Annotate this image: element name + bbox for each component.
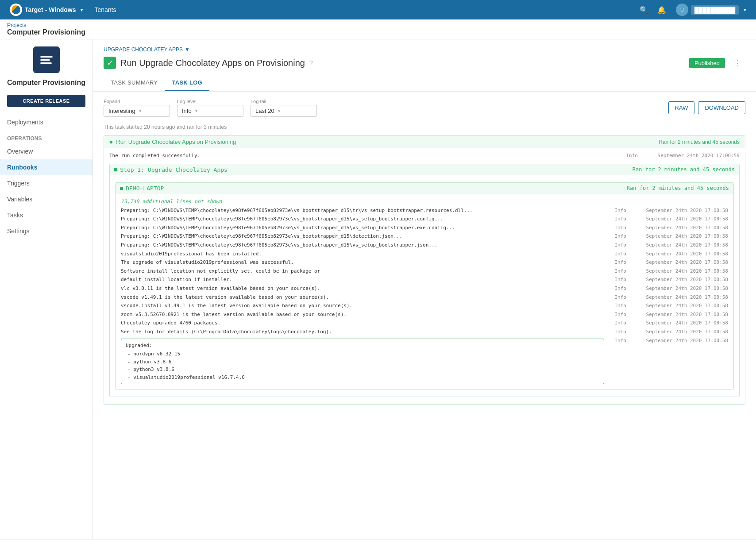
user-dropdown-icon: ▼ xyxy=(743,8,747,12)
log-time: September 24th 2020 17:00:58 xyxy=(631,215,728,223)
sidebar-item-overview[interactable]: Overview xyxy=(0,143,93,159)
log-level: Info xyxy=(604,267,631,275)
log-text: default install location if installer. xyxy=(121,276,604,284)
bell-icon[interactable]: 🔔 xyxy=(655,3,669,17)
loglevel-label: Log level xyxy=(177,99,243,104)
sidebar: Computer Provisioning CREATE RELEASE Dep… xyxy=(0,39,93,539)
main-block-time: Ran for 2 minutes and 45 seconds xyxy=(659,139,740,145)
task-title: Run Upgrade Chocolatey Apps on Provision… xyxy=(120,58,305,68)
log-text: Preparing: C:\WINDOWS\TEMP\chocolatey\e9… xyxy=(121,241,604,249)
raw-button[interactable]: RAW xyxy=(668,101,695,114)
log-text: Preparing: C:\WINDOWS\TEMP\chocolatey\e9… xyxy=(121,207,604,215)
step-block-body: ■ DEMO-LAPTOP Ran for 2 minutes and 45 s… xyxy=(110,175,739,397)
nav-item-library[interactable]: Library xyxy=(88,19,137,39)
log-level: Info xyxy=(604,258,631,266)
main-log-block: ■ Run Upgrade Chocolatey Apps on Provisi… xyxy=(104,135,745,405)
log-level: Info xyxy=(604,224,631,232)
loglevel-select[interactable]: Info ▼ xyxy=(177,105,243,117)
log-level: Info xyxy=(604,241,631,249)
log-time: September 24th 2020 17:00:58 xyxy=(631,224,728,232)
upgrade-title: Upgraded: xyxy=(126,342,599,350)
filter-buttons: RAW DOWNLOAD xyxy=(668,101,745,114)
upgraded-box-row: Upgraded:- nordvpn v6.32.15- python v3.8… xyxy=(121,336,728,387)
log-text: Preparing: C:\WINDOWS\TEMP\chocolatey\e9… xyxy=(121,224,604,232)
expand-filter: Expand Interesting ▼ xyxy=(104,99,170,117)
collapse-icon: ■ xyxy=(109,139,112,145)
log-text: Preparing: C:\WINDOWS\TEMP\chocolatey\e9… xyxy=(121,215,604,223)
username: ██████████ xyxy=(691,5,739,15)
log-time: September 24th 2020 17:00:58 xyxy=(631,285,728,293)
tab-task-log[interactable]: TASK LOG xyxy=(165,75,209,91)
log-entry: vscode v1.49.1 is the latest version ava… xyxy=(121,293,728,302)
demo-title: ■ DEMO-LAPTOP xyxy=(120,185,164,192)
step-block-header[interactable]: ■ Step 1: Upgrade Chocolatey Apps Ran fo… xyxy=(110,164,739,175)
log-level: Info xyxy=(604,215,631,223)
page-tabs: TASK SUMMARY TASK LOG xyxy=(104,75,745,91)
task-header-right: Published ⋮ xyxy=(689,56,745,69)
sidebar-item-deployments[interactable]: Deployments xyxy=(0,114,93,130)
log-text: vscode.install v1.49.1 is the latest ver… xyxy=(121,302,604,310)
demo-block-header[interactable]: ■ DEMO-LAPTOP Ran for 2 minutes and 45 s… xyxy=(116,183,733,194)
avatar: U xyxy=(676,4,688,16)
main-log-block-header[interactable]: ■ Run Upgrade Chocolatey Apps on Provisi… xyxy=(104,136,745,148)
log-entry: Preparing: C:\WINDOWS\TEMP\chocolatey\e9… xyxy=(121,224,728,232)
page-header-top: ✓ Run Upgrade Chocolatey Apps on Provisi… xyxy=(104,56,745,69)
brand-logo[interactable]: Target - Windows ▼ xyxy=(5,0,88,19)
log-text-success: The run completed successfully. xyxy=(109,152,616,160)
logo-graphic xyxy=(12,5,20,14)
log-time: September 24th 2020 17:00:58 xyxy=(631,293,728,301)
search-icon[interactable]: 🔍 xyxy=(637,3,651,17)
breadcrumb-runbook-link[interactable]: UPGRADE CHOCOLATEY APPS xyxy=(104,46,183,53)
step-block-time: Ran for 2 minutes and 45 seconds xyxy=(633,166,735,173)
log-entries-container: Preparing: C:\WINDOWS\TEMP\chocolatey\e9… xyxy=(121,206,728,387)
page-breadcrumb: UPGRADE CHOCOLATEY APPS ▼ xyxy=(104,46,745,53)
log-level: Info xyxy=(604,285,631,293)
task-title-row: ✓ Run Upgrade Chocolatey Apps on Provisi… xyxy=(104,57,313,69)
log-time: September 24th 2020 17:00:58 xyxy=(631,207,728,215)
download-button[interactable]: DOWNLOAD xyxy=(698,101,745,114)
icon-line-1 xyxy=(40,56,53,58)
more-options-button[interactable]: ⋮ xyxy=(730,56,745,69)
sidebar-item-settings[interactable]: Settings xyxy=(0,223,93,239)
log-level: Info xyxy=(604,276,631,284)
log-text: Software install location not explicitly… xyxy=(121,267,604,275)
log-entry: Preparing: C:\WINDOWS\TEMP\chocolatey\e9… xyxy=(121,232,728,241)
task-help-icon[interactable]: ? xyxy=(309,59,313,66)
user-menu[interactable]: U ██████████ ▼ xyxy=(672,0,751,19)
top-navbar: Target - Windows ▼ DashboardProjectsInfr… xyxy=(0,0,756,19)
sidebar-item-tasks[interactable]: Tasks xyxy=(0,207,93,223)
step-collapse-icon: ■ xyxy=(114,166,117,173)
log-time: September 24th 2020 17:00:58 xyxy=(631,258,728,266)
expand-select[interactable]: Interesting ▼ xyxy=(104,105,170,117)
upgrade-level: Info xyxy=(604,337,631,386)
expand-dropdown-icon: ▼ xyxy=(138,108,143,113)
upgrade-time: September 24th 2020 17:00:58 xyxy=(631,337,728,386)
sidebar-item-runbooks[interactable]: Runbooks xyxy=(0,159,93,175)
log-time: September 24th 2020 17:00:58 xyxy=(631,328,728,336)
sidebar-item-variables[interactable]: Variables xyxy=(0,191,93,207)
log-entry: Chocolatey upgraded 4/60 packages.InfoSe… xyxy=(121,319,728,328)
nav-item-tenants[interactable]: Tenants xyxy=(88,0,137,19)
loglevel-filter: Log level Info ▼ xyxy=(177,99,243,117)
sidebar-item-triggers[interactable]: Triggers xyxy=(0,175,93,191)
log-entry-success: The run completed successfully. Info Sep… xyxy=(109,151,740,160)
demo-block-body: 13,740 additional lines not shown Prepar… xyxy=(116,194,733,390)
tab-task-summary[interactable]: TASK SUMMARY xyxy=(104,75,165,91)
log-entry: See the log for details (C:\ProgramData\… xyxy=(121,328,728,336)
create-release-button[interactable]: CREATE RELEASE xyxy=(7,95,85,107)
skipped-lines: 13,740 additional lines not shown xyxy=(121,197,728,206)
logo-icon xyxy=(10,4,22,16)
log-time: September 24th 2020 17:00:58 xyxy=(631,311,728,319)
filter-row: Expand Interesting ▼ Log level Info ▼ Lo… xyxy=(104,99,745,117)
main-layout: Computer Provisioning CREATE RELEASE Dep… xyxy=(0,39,756,539)
breadcrumb-arrow-icon: ▼ xyxy=(185,46,190,53)
logtail-select[interactable]: Last 20 ▼ xyxy=(251,105,317,117)
log-level: Info xyxy=(604,293,631,301)
sidebar-group-operations: Operations xyxy=(0,130,93,143)
log-entry: default install location if installer.In… xyxy=(121,275,728,284)
breadcrumb-projects[interactable]: Projects xyxy=(7,22,26,28)
topnav-icons: 🔍 🔔 U ██████████ ▼ xyxy=(637,0,751,19)
log-level: Info xyxy=(604,328,631,336)
icon-line-2 xyxy=(40,59,50,61)
upgrade-item: - python3 v3.8.6 xyxy=(126,366,599,374)
